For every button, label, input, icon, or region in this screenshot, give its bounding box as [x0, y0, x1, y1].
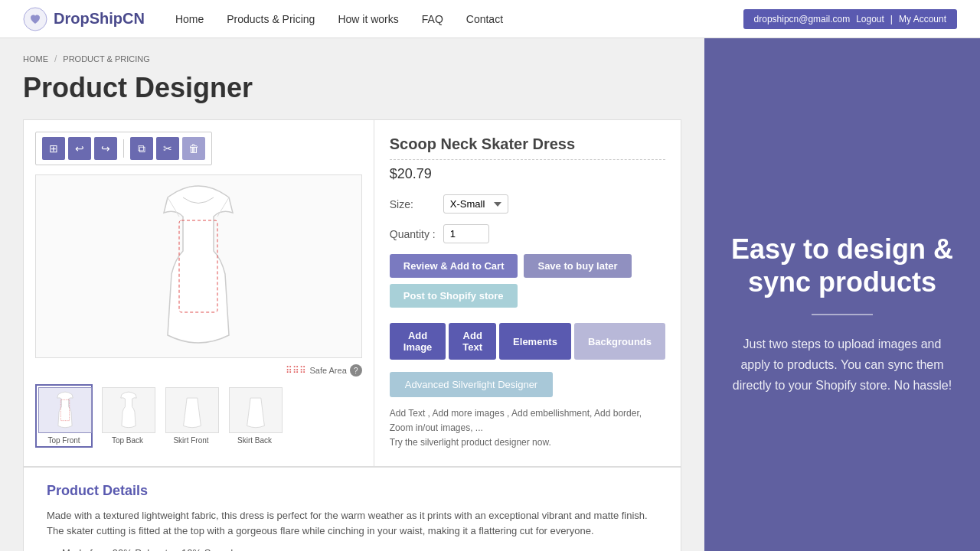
logo-text: DropShipCN	[54, 10, 145, 28]
page-wrapper: HOME / PRODUCT & PRICING Product Designe…	[0, 38, 980, 551]
thumb-skirt-front-img	[165, 387, 219, 433]
toolbar-copy-btn[interactable]: ⧉	[130, 137, 153, 160]
promo-desc: Just two steps to upload images and appl…	[727, 334, 957, 396]
toolbar-grid-btn[interactable]: ⊞	[42, 137, 65, 160]
thumb-top-front[interactable]: Top Front	[35, 384, 93, 448]
product-name: Scoop Neck Skater Dress	[390, 135, 665, 160]
promo-title: Easy to design & sync products	[727, 233, 957, 298]
product-details-section: Product Details Made with a textured lig…	[23, 467, 681, 551]
product-panel: Scoop Neck Skater Dress $20.79 Size: X-S…	[374, 120, 681, 466]
toolbar-redo-btn[interactable]: ↪	[94, 137, 117, 160]
action-buttons: Review & Add to Cart Save to buy later P…	[390, 254, 665, 308]
quantity-label: Quantity :	[390, 228, 436, 240]
thumb-skirt-front-label: Skirt Front	[165, 436, 217, 445]
thumb-top-front-img	[38, 387, 92, 433]
safe-area-label: ⠿⠿⠿ Safe Area ?	[35, 364, 362, 377]
canvas-panel: ⊞ ↩ ↪ ⧉ ✂ 🗑	[24, 120, 374, 466]
product-details-list: Made from 90% Polyester, 10% Spandex	[47, 547, 658, 551]
product-details-bullet-1: Made from 90% Polyester, 10% Spandex	[62, 547, 658, 551]
tab-add-image[interactable]: Add Image	[390, 323, 446, 360]
safe-area-text: Safe Area	[309, 366, 346, 375]
tab-backgrounds[interactable]: Backgrounds	[574, 323, 665, 360]
user-email: dropshipcn@gmail.com	[754, 14, 851, 24]
toolbar-undo-btn[interactable]: ↩	[68, 137, 91, 160]
thumb-top-front-label: Top Front	[38, 436, 90, 445]
thumb-skirt-back[interactable]: Skirt Back	[226, 384, 283, 448]
nav-faq[interactable]: FAQ	[422, 13, 443, 25]
safe-area-dots: ⠿⠿⠿	[286, 365, 306, 376]
nav-user-area: dropshipcn@gmail.com Logout | My Account	[743, 9, 957, 29]
review-add-to-cart-button[interactable]: Review & Add to Cart	[390, 254, 518, 278]
product-details-title: Product Details	[47, 483, 658, 499]
thumb-skirt-back-label: Skirt Back	[229, 436, 280, 445]
design-toolbar: ⊞ ↩ ↪ ⧉ ✂ 🗑	[35, 132, 212, 165]
silverlight-desc: Add Text , Add more images , Add embelli…	[390, 406, 665, 451]
post-to-shopify-button[interactable]: Post to Shopify store	[390, 284, 518, 308]
size-label: Size:	[390, 198, 436, 210]
content-area: HOME / PRODUCT & PRICING Product Designe…	[0, 38, 704, 551]
product-price: $20.79	[390, 166, 665, 182]
quantity-input[interactable]	[443, 224, 489, 243]
tab-elements[interactable]: Elements	[499, 323, 571, 360]
promo-panel: Easy to design & sync products Just two …	[704, 38, 980, 551]
nav-home[interactable]: Home	[175, 13, 204, 25]
my-account-link[interactable]: My Account	[899, 14, 946, 24]
logout-link[interactable]: Logout	[856, 14, 884, 24]
thumbnails: Top Front Top Back	[35, 384, 362, 448]
design-tabs: Add Image Add Text Elements Backgrounds	[390, 323, 665, 360]
product-details-text: Made with a textured lightweight fabric,…	[47, 508, 658, 540]
breadcrumb-current: PRODUCT & PRICING	[63, 54, 149, 64]
toolbar-cut-btn[interactable]: ✂	[156, 137, 179, 160]
thumb-top-back-label: Top Back	[102, 436, 153, 445]
thumb-skirt-front[interactable]: Skirt Front	[162, 384, 220, 448]
logo-icon	[23, 7, 47, 31]
nav-contact[interactable]: Contact	[466, 13, 503, 25]
breadcrumb: HOME / PRODUCT & PRICING	[23, 54, 681, 64]
toolbar-separator	[123, 139, 124, 158]
silverlight-desc-line1: Add Text , Add more images , Add embelli…	[390, 406, 665, 435]
size-select[interactable]: X-Small Small Medium Large X-Large	[443, 194, 508, 214]
thumb-top-back[interactable]: Top Back	[99, 384, 156, 448]
silverlight-designer-button[interactable]: Advanced Silverlight Designer	[390, 372, 553, 397]
tab-add-text[interactable]: Add Text	[449, 323, 496, 360]
logo-link[interactable]: DropShipCN	[23, 7, 145, 31]
toolbar-delete-btn[interactable]: 🗑	[182, 137, 205, 160]
safe-area-help-icon[interactable]: ?	[350, 364, 362, 377]
dress-preview-svg	[122, 182, 275, 350]
thumb-top-back-img	[102, 387, 155, 433]
thumb-skirt-back-img	[229, 387, 283, 433]
silverlight-desc-line2: Try the silverlight product designer now…	[390, 435, 665, 450]
page-title: Product Designer	[23, 72, 681, 104]
save-to-buy-later-button[interactable]: Save to buy later	[524, 254, 631, 278]
navbar: DropShipCN Home Products & Pricing How i…	[0, 0, 980, 38]
quantity-row: Quantity :	[390, 224, 665, 243]
nav-links: Home Products & Pricing How it works FAQ…	[175, 13, 743, 25]
nav-products-pricing[interactable]: Products & Pricing	[227, 13, 315, 25]
nav-how-it-works[interactable]: How it works	[338, 13, 398, 25]
size-row: Size: X-Small Small Medium Large X-Large	[390, 194, 665, 214]
designer-wrapper: ⊞ ↩ ↪ ⧉ ✂ 🗑	[23, 119, 681, 467]
breadcrumb-home[interactable]: HOME	[23, 54, 48, 64]
breadcrumb-sep: /	[54, 54, 57, 64]
design-canvas[interactable]	[35, 174, 362, 358]
promo-divider	[812, 314, 873, 315]
